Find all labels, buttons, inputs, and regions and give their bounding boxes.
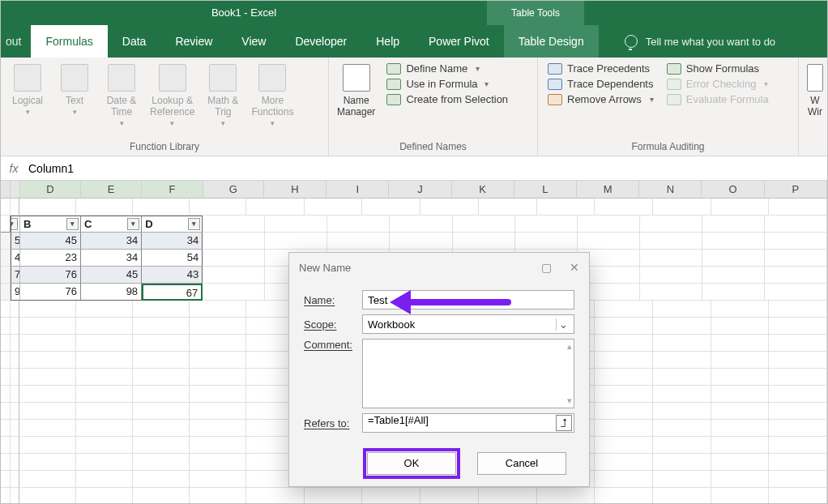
function-library-label: Function Library (7, 139, 322, 154)
ribbon-tabs: out Formulas Data Review View Developer … (1, 25, 827, 58)
contextual-tools-label: Table Tools (487, 1, 584, 25)
table-header[interactable]: B▾ (20, 216, 81, 233)
tab-help[interactable]: Help (361, 25, 414, 58)
close-icon[interactable]: ✕ (570, 261, 579, 274)
table-cell[interactable]: 67 (142, 284, 203, 301)
trace-precedents-button[interactable]: Trace Precedents (548, 62, 654, 75)
scope-value: Workbook (368, 318, 415, 331)
show-formulas-button[interactable]: Show Formulas (667, 62, 769, 75)
tab-developer[interactable]: Developer (280, 25, 361, 58)
tab-power-pivot[interactable]: Power Pivot (414, 25, 504, 58)
name-input[interactable] (362, 290, 574, 310)
trace-dependents-button[interactable]: Trace Dependents (548, 78, 654, 90)
cancel-button[interactable]: Cancel (477, 452, 566, 475)
fx-icon[interactable]: fx (4, 162, 23, 175)
dialog-title: New Name (299, 262, 351, 274)
maximize-icon[interactable]: ▢ (541, 261, 552, 274)
name-label: Name: (304, 294, 362, 306)
column-header[interactable]: G (203, 181, 264, 198)
date-time-button[interactable]: Date &Time (101, 61, 142, 130)
defined-names-label: Defined Names (335, 139, 531, 154)
table-header[interactable]: D▾ (142, 216, 203, 233)
formula-auditing-label: Formula Auditing (544, 139, 792, 154)
logical-button[interactable]: Logical (7, 61, 48, 119)
table-header[interactable]: C▾ (81, 216, 142, 233)
formula-input[interactable] (23, 159, 824, 178)
table-cell[interactable]: 98 (81, 284, 142, 301)
column-header[interactable]: M (577, 181, 639, 198)
math-trig-button[interactable]: Math &Trig (203, 61, 243, 130)
column-header[interactable]: L (514, 181, 577, 198)
tell-me[interactable]: Tell me what you want to do (615, 25, 785, 58)
table-cell[interactable]: 23 (20, 250, 81, 267)
column-header[interactable]: O (702, 181, 764, 198)
column-header[interactable]: K (452, 181, 514, 198)
table-cell[interactable]: 43 (142, 267, 203, 284)
table-cell[interactable]: 34 (142, 233, 203, 250)
titlebar: Book1 - Excel Table Tools (1, 1, 827, 25)
scope-label: Scope: (304, 318, 362, 331)
ribbon: Logical Text Date &Time Lookup &Referenc… (1, 58, 827, 156)
chevron-down-icon: ⌄ (556, 318, 570, 331)
refers-to-input[interactable]: =Table1[#All] ⮥ (362, 413, 574, 433)
tab-table-design[interactable]: Table Design (504, 25, 599, 58)
define-name-button[interactable]: Define Name▾ (386, 62, 508, 75)
column-header[interactable]: D (20, 181, 81, 198)
table-cell[interactable]: 45 (11, 250, 20, 267)
use-in-formula-button[interactable]: Use in Formula▾ (386, 78, 508, 90)
more-functions-button[interactable]: MoreFunctions (250, 61, 295, 130)
comment-textarea[interactable]: ▴ ▾ (362, 339, 574, 408)
name-manager-button[interactable]: NameManager (335, 61, 377, 121)
column-header[interactable]: E (81, 181, 142, 198)
column-header[interactable]: H (264, 181, 327, 198)
comment-label: Comment: (304, 339, 362, 351)
tab-formulas[interactable]: Formulas (31, 25, 107, 58)
table-cell[interactable]: 34 (81, 250, 142, 267)
collapse-dialog-icon[interactable]: ⮥ (556, 415, 572, 431)
scope-select[interactable]: Workbook ⌄ (362, 314, 574, 334)
scroll-down-icon[interactable]: ▾ (567, 395, 572, 406)
table-cell[interactable]: 45 (20, 233, 81, 250)
table-cell[interactable]: 76 (20, 284, 81, 301)
lightbulb-icon (625, 35, 638, 48)
table-cell[interactable]: 90 (11, 284, 20, 301)
refers-to-label: Refers to: (304, 417, 362, 429)
column-header[interactable]: P (765, 181, 827, 198)
tab-view[interactable]: View (227, 25, 280, 58)
filter-dropdown-icon[interactable]: ▾ (127, 218, 139, 230)
column-header[interactable]: N (639, 181, 702, 198)
table-cell[interactable]: 45 (81, 267, 142, 284)
tab-data[interactable]: Data (108, 25, 161, 58)
lookup-reference-button[interactable]: Lookup &Reference (148, 61, 196, 130)
column-header[interactable]: F (142, 181, 203, 198)
filter-dropdown-icon[interactable]: ▾ (11, 218, 18, 230)
text-button[interactable]: Text (54, 61, 95, 119)
tab-review[interactable]: Review (160, 25, 227, 58)
formula-bar: fx (1, 156, 827, 181)
table-cell[interactable]: 76 (11, 267, 20, 284)
column-header[interactable]: J (389, 181, 451, 198)
filter-dropdown-icon[interactable]: ▾ (188, 218, 200, 230)
window-title: Book1 - Excel (1, 1, 487, 25)
scroll-up-icon[interactable]: ▴ (567, 341, 572, 352)
new-name-dialog: New Name ▢ ✕ Name: Scope: Workbook ⌄ Com… (288, 252, 590, 487)
create-from-selection-button[interactable]: Create from Selection (386, 93, 508, 105)
watch-window-button[interactable]: WWir (805, 61, 825, 121)
ok-button[interactable]: OK (367, 452, 456, 475)
error-checking-button[interactable]: Error Checking▾ (667, 78, 769, 90)
table-cell[interactable]: 55 (11, 233, 20, 250)
column-header[interactable]: I (327, 181, 389, 198)
tab-out[interactable]: out (1, 25, 31, 58)
tell-me-placeholder: Tell me what you want to do (646, 36, 775, 48)
remove-arrows-button[interactable]: Remove Arrows▾ (548, 93, 654, 105)
table-cell[interactable]: 54 (142, 250, 203, 267)
table-cell[interactable]: 76 (20, 267, 81, 284)
evaluate-formula-button[interactable]: Evaluate Formula (667, 93, 769, 105)
table-cell[interactable]: 34 (81, 233, 142, 250)
filter-dropdown-icon[interactable]: ▾ (66, 218, 79, 230)
